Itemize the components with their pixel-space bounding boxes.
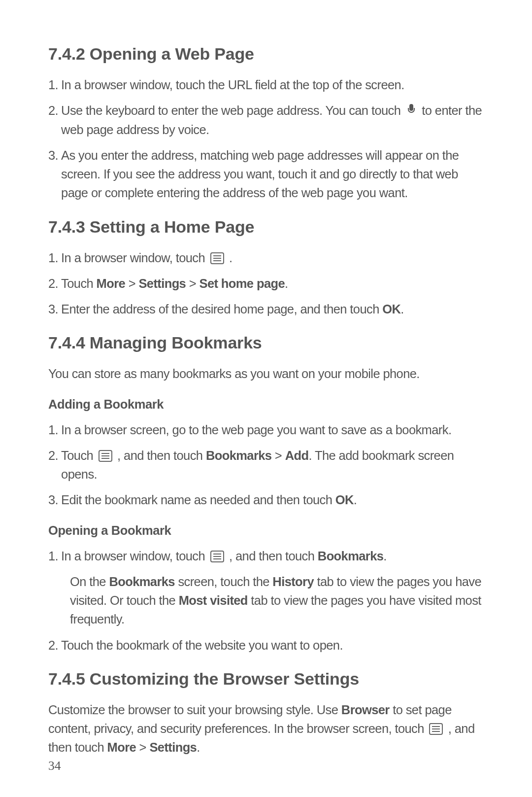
text-run: Touch the bookmark of the website you wa… [61, 638, 343, 652]
text-run: As you enter the address, matching web p… [61, 148, 459, 200]
list-item-body: Enter the address of the desired home pa… [61, 300, 484, 318]
subheading-adding-bookmark: Adding a Bookmark [48, 397, 484, 412]
text-run: Set home page [199, 277, 285, 290]
section-heading-745: 7.4.5 Customizing the Browser Settings [48, 669, 484, 689]
list-item: 1.In a browser window, touch . [48, 248, 484, 267]
list-item: 3.As you enter the address, matching web… [48, 146, 484, 203]
text-run: In a browser window, touch the URL field… [61, 78, 404, 92]
text-run: screen, touch the [175, 575, 272, 589]
subheading-opening-bookmark: Opening a Bookmark [48, 523, 484, 538]
list-item: 3.Edit the bookmark name as needed and t… [48, 490, 484, 509]
text-run: Touch [61, 277, 97, 290]
text-run: . [226, 251, 233, 265]
text-run: More [97, 277, 126, 290]
list-item-body: Touch More > Settings > Set home page. [61, 274, 484, 293]
text-run: In a browser screen, go to the web page … [61, 423, 451, 437]
list-item: 2.Touch , and then touch Bookmarks > Add… [48, 446, 484, 484]
text-run: Settings [138, 277, 186, 290]
text-run: > [136, 740, 149, 754]
list-item-body: Edit the bookmark name as needed and the… [61, 490, 484, 509]
list-item-body: In a browser screen, go to the web page … [61, 420, 484, 439]
text-run: , and then touch [114, 449, 206, 462]
list-item-number: 3. [48, 146, 58, 165]
list-item: 1.In a browser window, touch the URL fie… [48, 75, 484, 94]
section-heading-742: 7.4.2 Opening a Web Page [48, 44, 484, 64]
list-item-note: On the Bookmarks screen, touch the Histo… [70, 572, 484, 629]
text-run: Customize the browser to suit your brows… [48, 703, 341, 717]
menu-icon [210, 551, 224, 562]
list-item-body: In a browser window, touch the URL field… [61, 75, 484, 94]
list-item-body: Touch the bookmark of the website you wa… [61, 636, 484, 655]
list-item: 3.Enter the address of the desired home … [48, 300, 484, 318]
text-run: Settings [149, 740, 197, 754]
text-run: Touch [61, 449, 97, 462]
text-run: . [400, 302, 404, 316]
text-run: Edit the bookmark name as needed and the… [61, 493, 335, 507]
text-run: . [285, 277, 288, 290]
text-run: , and then touch [226, 549, 318, 563]
list-item-body: In a browser window, touch . [61, 248, 484, 267]
list-item-number: 1. [48, 248, 58, 267]
section-745-para: Customize the browser to suit your brows… [48, 700, 484, 757]
page-number: 34 [48, 759, 61, 773]
list-item-number: 1. [48, 420, 58, 439]
section-heading-744: 7.4.4 Managing Bookmarks [48, 333, 484, 352]
list-item-number: 2. [48, 101, 58, 120]
text-run: . [197, 740, 200, 754]
text-run: > [125, 277, 138, 290]
text-run: . [354, 493, 357, 507]
list-item: 1.In a browser window, touch , and then … [48, 547, 484, 565]
text-run: In a browser window, touch [61, 251, 208, 265]
text-run: Use the keyboard to enter the web page a… [61, 104, 404, 117]
menu-icon [99, 450, 112, 462]
microphone-icon [407, 104, 416, 116]
list-item-body: As you enter the address, matching web p… [61, 146, 484, 203]
text-run: Bookmarks [109, 575, 175, 589]
list-item-number: 3. [48, 490, 58, 509]
menu-icon [429, 723, 443, 735]
text-run: Bookmarks [318, 549, 384, 563]
list-item: 2.Touch the bookmark of the website you … [48, 636, 484, 655]
menu-icon [210, 252, 224, 264]
list-item: 2.Use the keyboard to enter the web page… [48, 101, 484, 139]
list-item-body: Use the keyboard to enter the web page a… [61, 101, 484, 139]
text-run: History [272, 575, 314, 589]
text-run: Most visited [179, 593, 248, 607]
text-run: OK [335, 493, 354, 507]
section-744-intro: You can store as many bookmarks as you w… [48, 364, 484, 383]
section-heading-743: 7.4.3 Setting a Home Page [48, 217, 484, 237]
list-item-number: 2. [48, 446, 58, 465]
text-run: Enter the address of the desired home pa… [61, 302, 382, 316]
text-run: OK [382, 302, 400, 316]
list-item: 1.In a browser screen, go to the web pag… [48, 420, 484, 439]
text-run: Add [285, 449, 309, 462]
list-item-number: 2. [48, 274, 58, 293]
text-run: Bookmarks [206, 449, 272, 462]
list-item-body: Touch , and then touch Bookmarks > Add. … [61, 446, 484, 484]
list-item-number: 2. [48, 636, 58, 655]
list-item-number: 1. [48, 547, 58, 565]
text-run: . [383, 549, 387, 563]
text-run: In a browser window, touch [61, 549, 208, 563]
list-item: 2.Touch More > Settings > Set home page. [48, 274, 484, 293]
text-run: More [107, 740, 136, 754]
list-item-number: 1. [48, 75, 58, 94]
list-item-body: In a browser window, touch , and then to… [61, 547, 484, 565]
list-item-number: 3. [48, 300, 58, 318]
text-run: > [186, 277, 199, 290]
text-run: On the [70, 575, 109, 589]
text-run: Browser [341, 703, 390, 717]
text-run: > [271, 449, 285, 462]
